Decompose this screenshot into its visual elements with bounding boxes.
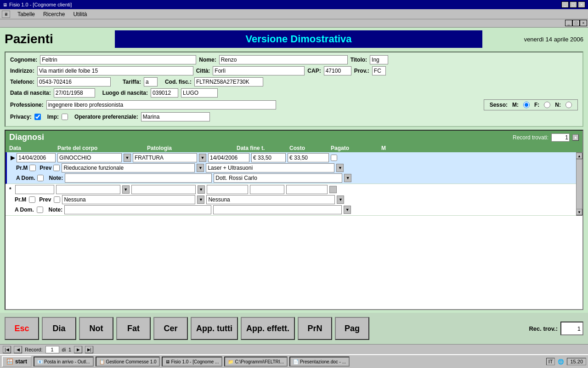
taskbar-item-1[interactable]: 📋 Gestione Commesse 1.0	[96, 356, 160, 367]
laser-input[interactable]	[206, 163, 334, 172]
luogo-cod-input[interactable]	[151, 88, 178, 98]
taskbar-item-3[interactable]: 📁 C:\Programmi\FELTRI...	[224, 356, 288, 367]
citta-input[interactable]	[213, 66, 305, 75]
diag-costo-input[interactable]	[251, 153, 286, 162]
menu-ricerche[interactable]: Ricerche	[40, 10, 68, 18]
record-number-input[interactable]	[45, 346, 59, 353]
inner-maximize-btn[interactable]: □	[572, 20, 580, 26]
codfisc-input[interactable]	[194, 77, 263, 86]
professione-input[interactable]	[46, 100, 276, 109]
scroll-down-diagnosi[interactable]: ▼	[576, 209, 582, 215]
prev-check-empty[interactable]	[54, 196, 60, 203]
cap-input[interactable]	[324, 66, 351, 75]
indirizzo-label: Indirizzo:	[10, 68, 34, 74]
diag-patologia-input[interactable]	[133, 153, 197, 162]
rec-trov-input[interactable]	[560, 322, 583, 335]
adom-check-empty[interactable]	[37, 207, 43, 213]
diag-date-input[interactable]	[17, 153, 56, 162]
pag-button[interactable]: Pag	[335, 317, 369, 340]
not-button[interactable]: Not	[79, 317, 113, 340]
close-btn[interactable]: ×	[578, 1, 585, 8]
diag-parte-input[interactable]	[57, 153, 122, 162]
diagnosi-scrollbar[interactable]: ▲ ▼	[576, 152, 582, 216]
scroll-up-btn[interactable]: ▲	[572, 134, 579, 141]
sesso-m-radio[interactable]	[523, 102, 530, 108]
menu-tabelle[interactable]: Tabelle	[14, 10, 39, 18]
diag-pagato-empty[interactable]	[286, 185, 328, 194]
maximize-btn[interactable]: □	[570, 1, 577, 8]
nav-last-btn[interactable]: ▶|	[85, 346, 93, 353]
laser-select-btn[interactable]: ▼	[336, 164, 344, 172]
rieducazione-input[interactable]	[62, 163, 195, 172]
luogo-name-input[interactable]	[181, 88, 218, 98]
scroll-up-diagnosi[interactable]: ▲	[576, 153, 582, 159]
app-tutti-button[interactable]: App. tutti	[191, 317, 238, 340]
telefono-input[interactable]	[37, 77, 111, 86]
nav-next-btn[interactable]: ▶	[74, 346, 82, 353]
nessuna1-select-btn[interactable]: ▼	[197, 196, 204, 204]
nessuna1-input[interactable]	[62, 195, 195, 204]
note2-input-empty[interactable]	[213, 205, 342, 214]
fat-button[interactable]: Fat	[116, 317, 151, 340]
imp-checkbox[interactable]	[62, 114, 68, 120]
titolo-input[interactable]	[370, 55, 388, 64]
diag-patologia-select-btn[interactable]: ▼	[199, 154, 206, 162]
note2-select-btn[interactable]: ▼	[344, 206, 351, 214]
tariffa-input[interactable]	[144, 77, 158, 86]
col-patologia-header: Patologia	[147, 145, 237, 151]
minimize-btn[interactable]: _	[561, 1, 569, 8]
page-title: Pazienti	[5, 32, 106, 46]
clock: 15.20	[567, 358, 586, 365]
form-row-6: Privacy: Imp: Operatore preferenziale:	[10, 112, 578, 121]
diag-patologia-empty[interactable]	[131, 185, 196, 194]
operatore-input[interactable]	[141, 112, 210, 121]
diag-parte-select-btn[interactable]: ▼	[124, 154, 131, 162]
sesso-n-radio[interactable]	[565, 102, 572, 108]
prev-check-1[interactable]	[53, 165, 60, 171]
nav-prev-btn[interactable]: ◀	[14, 346, 22, 353]
note-input-1[interactable]	[65, 173, 212, 183]
diagnosi-header: Diagnosi Record trovati: ▲	[6, 131, 582, 144]
cognome-input[interactable]	[40, 55, 196, 64]
diag-parte-empty[interactable]	[56, 185, 120, 194]
col-data-header: Data	[9, 145, 57, 151]
esc-button[interactable]: Esc	[5, 317, 39, 340]
diag-date-empty[interactable]	[15, 185, 54, 194]
diag-m-checkbox[interactable]	[331, 155, 337, 161]
prm-check-1[interactable]	[29, 165, 36, 171]
nessuna2-select-btn[interactable]: ▼	[337, 196, 344, 204]
diag-pagato-input[interactable]	[288, 153, 329, 162]
diag-parte-empty-btn[interactable]: ▼	[122, 185, 130, 194]
taskbar-item-4[interactable]: 📄 Presentazione.doc - ...	[289, 356, 350, 367]
adom-check-1[interactable]	[37, 175, 44, 181]
diag-costo-empty[interactable]	[250, 185, 284, 194]
cer-button[interactable]: Cer	[153, 317, 188, 340]
dia-button[interactable]: Dia	[42, 317, 76, 340]
start-button[interactable]: 🪟 start	[2, 356, 32, 367]
diag-patologia-empty-btn[interactable]: ▼	[198, 185, 205, 194]
indirizzo-input[interactable]	[37, 66, 193, 75]
diag-datafine-empty[interactable]	[207, 185, 248, 194]
nav-first-btn[interactable]: |◀	[3, 346, 11, 353]
taskbar-item-0[interactable]: 📧 Posta in arrivo - Outl...	[34, 356, 93, 367]
app-menu-icon[interactable]: 🖥	[2, 11, 10, 18]
dottore-input[interactable]	[214, 173, 342, 183]
privacy-checkbox[interactable]	[34, 114, 41, 120]
nascita-input[interactable]	[54, 88, 95, 98]
menu-utilita[interactable]: Utilità	[69, 10, 90, 18]
prov-input[interactable]	[372, 66, 386, 75]
note-input-empty[interactable]	[64, 205, 211, 214]
inner-close-btn[interactable]: ×	[580, 20, 587, 26]
record-trovati-input[interactable]	[551, 133, 570, 142]
diag-datafine-input[interactable]	[208, 153, 249, 162]
prn-button[interactable]: PrN	[298, 317, 332, 340]
nessuna2-input[interactable]	[206, 195, 335, 204]
rieducazione-select-btn[interactable]: ▼	[197, 164, 204, 172]
prm-check-empty[interactable]	[29, 196, 35, 203]
app-effett-button[interactable]: App. effett.	[241, 317, 295, 340]
dottore-select-btn[interactable]: ▼	[344, 174, 351, 182]
inner-minimize-btn[interactable]: _	[565, 20, 572, 26]
taskbar-item-2[interactable]: 🖥 Fisio 1.0 - [Cognome ...	[162, 356, 223, 367]
sesso-f-radio[interactable]	[544, 102, 550, 108]
nome-input[interactable]	[219, 55, 348, 64]
